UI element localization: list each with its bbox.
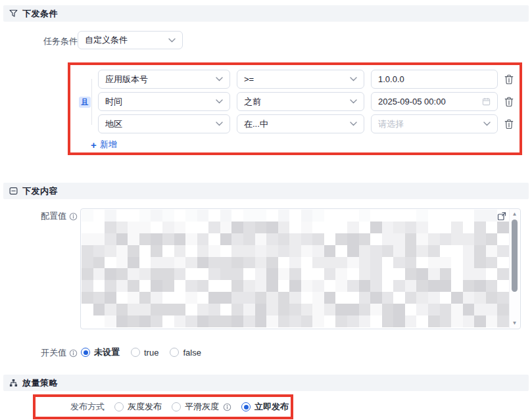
task-condition-value: 自定义条件 [85, 34, 128, 46]
radio-label[interactable]: 平滑灰度 [185, 401, 219, 413]
chevron-down-icon [216, 77, 223, 82]
radio-selected-icon[interactable] [241, 402, 251, 411]
scroll-up-icon[interactable]: ▲ [510, 212, 520, 217]
publish-method-row: 发布方式 灰度发布 平滑灰度 立即发布 [70, 401, 289, 413]
condition-value-input[interactable]: 1.0.0.0 [371, 70, 498, 89]
radio-label[interactable]: false [183, 348, 201, 358]
section-header-strategy: 放量策略 [3, 375, 529, 391]
content-card-icon [9, 187, 18, 195]
scrollbar-thumb[interactable] [512, 220, 518, 292]
delete-row-button[interactable] [503, 96, 514, 108]
condition-operator-select[interactable]: 之前 [237, 92, 364, 111]
radio-label[interactable]: 未设置 [94, 346, 120, 358]
logic-and-badge: 且 [79, 97, 91, 108]
condition-value-select[interactable]: 请选择 [371, 114, 498, 133]
radio-option-true[interactable]: true [131, 348, 158, 358]
radio-option-gray-release[interactable]: 灰度发布 [114, 401, 162, 413]
condition-operator-select[interactable]: 在...中 [237, 114, 364, 133]
expand-icon[interactable] [497, 212, 506, 221]
chevron-down-icon [350, 77, 357, 82]
trash-icon [504, 97, 514, 107]
radio-label[interactable]: true [144, 348, 158, 358]
plus-icon: + [91, 140, 97, 150]
radio-option-false[interactable]: false [170, 348, 201, 358]
scroll-down-icon[interactable]: ▼ [510, 321, 520, 326]
section-header-content: 下发内容 [3, 183, 529, 199]
editor-scrollbar[interactable]: ▲ ▼ [509, 210, 520, 328]
radio-option-immediate-release[interactable]: 立即发布 [241, 401, 289, 413]
radio-option-smooth-gray[interactable]: 平滑灰度 [172, 401, 231, 413]
task-condition-select[interactable]: 自定义条件 [78, 31, 183, 49]
condition-operator-value: 之前 [244, 96, 261, 108]
condition-value-text: 1.0.0.0 [378, 74, 404, 84]
config-value-editor[interactable]: ▲ ▼ [80, 208, 521, 329]
filter-icon [9, 9, 18, 18]
radio-icon[interactable] [114, 402, 124, 411]
condition-field-value: 应用版本号 [105, 74, 148, 85]
config-value-label-box: 配置值 [0, 210, 78, 222]
condition-operator-select[interactable]: >= [237, 70, 364, 89]
radio-selected-icon[interactable] [81, 348, 90, 357]
chevron-down-icon [168, 38, 176, 43]
chevron-down-icon [216, 99, 223, 104]
publish-method-label: 发布方式 [70, 401, 105, 413]
radio-icon[interactable] [172, 402, 181, 411]
config-mosaic [82, 210, 509, 327]
config-value-label: 配置值 [41, 210, 66, 222]
condition-value-placeholder: 请选择 [378, 118, 404, 130]
chevron-down-icon [216, 122, 223, 126]
trash-icon [504, 119, 514, 129]
chevron-down-icon [350, 122, 357, 126]
section-title: 下发条件 [22, 8, 58, 20]
trash-icon [504, 74, 514, 85]
delete-row-button[interactable] [503, 118, 514, 130]
section-title: 放量策略 [22, 377, 58, 389]
delete-row-button[interactable] [503, 74, 514, 85]
radio-label[interactable]: 立即发布 [254, 401, 289, 413]
switch-value-label-box: 开关值 [0, 347, 78, 359]
condition-operator-value: >= [244, 74, 254, 84]
switch-value-label: 开关值 [41, 347, 66, 359]
task-condition-label: 任务条件 [43, 35, 78, 47]
radio-label[interactable]: 灰度发布 [128, 401, 162, 413]
hierarchy-icon [9, 379, 18, 387]
logic-connector-line [91, 79, 92, 125]
chevron-down-icon [350, 99, 357, 104]
add-condition-button[interactable]: + 新增 [91, 139, 117, 151]
condition-field-select[interactable]: 地区 [98, 114, 230, 133]
task-condition-label-box: 任务条件 [0, 35, 78, 47]
add-condition-label: 新增 [100, 139, 117, 151]
section-title: 下发内容 [22, 185, 58, 197]
condition-date-input[interactable]: 2025-09-05 00:00 [371, 92, 498, 111]
calendar-icon [482, 97, 491, 106]
chevron-down-icon [483, 122, 491, 126]
radio-icon[interactable] [131, 348, 140, 357]
info-circle-icon[interactable] [223, 403, 231, 411]
radio-icon[interactable] [170, 348, 179, 357]
info-circle-icon[interactable] [69, 212, 78, 221]
condition-field-select[interactable]: 应用版本号 [98, 70, 230, 89]
condition-date-value: 2025-09-05 00:00 [378, 97, 446, 106]
section-header-conditions: 下发条件 [3, 5, 529, 22]
condition-operator-value: 在...中 [244, 118, 268, 130]
switch-value-radio-group: 未设置 true false [81, 346, 201, 358]
info-circle-icon[interactable] [69, 349, 78, 358]
condition-field-value: 地区 [105, 118, 122, 130]
condition-field-value: 时间 [105, 96, 122, 108]
radio-option-unset[interactable]: 未设置 [81, 346, 120, 358]
condition-field-select[interactable]: 时间 [98, 92, 230, 111]
